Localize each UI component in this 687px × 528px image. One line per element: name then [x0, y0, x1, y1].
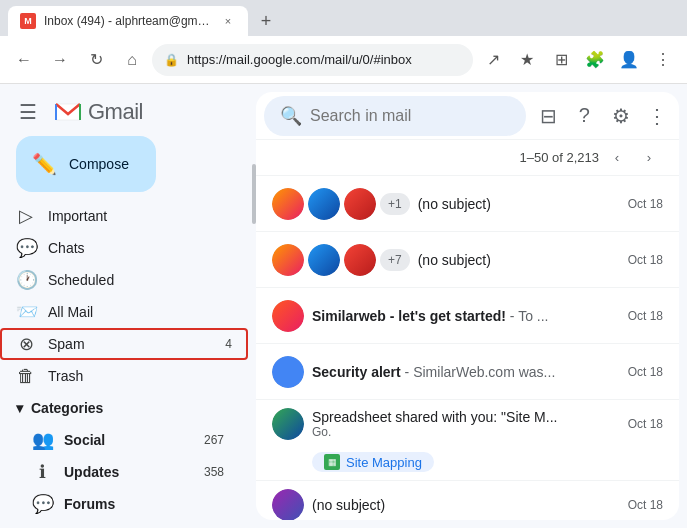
more-menu-icon[interactable]: ⋮ [647, 44, 679, 76]
social-icon: 👥 [32, 429, 52, 451]
attachment-chip[interactable]: ▦ Site Mapping [312, 452, 434, 472]
sidebar-item-forums[interactable]: 💬 Forums [0, 488, 240, 520]
email-row[interactable]: Security alert - SimilarWeb.com was... O… [256, 344, 679, 400]
email-subject: (no subject) [312, 497, 620, 513]
sidebar-item-label: Important [48, 208, 224, 224]
sidebar-item-trash[interactable]: 🗑 Trash [0, 360, 240, 392]
nav-bar: ← → ↻ ⌂ 🔒 https://mail.google.com/mail/u… [0, 36, 687, 84]
email-meta: Oct 18 [628, 309, 663, 323]
menu-icon[interactable]: ☰ [8, 92, 48, 132]
email-content: (no subject) [312, 497, 620, 513]
email-row[interactable]: +1 (no subject) Oct 18 [256, 176, 679, 232]
spam-count: 4 [225, 337, 232, 351]
home-button[interactable]: ⌂ [116, 44, 148, 76]
more-options-icon[interactable]: ⋮ [643, 96, 671, 136]
settings-icon[interactable]: ⚙ [607, 96, 635, 136]
avatar [344, 244, 376, 276]
sidebar-item-spam[interactable]: ⊗ Spam 4 [0, 328, 248, 360]
new-tab-button[interactable]: + [252, 7, 280, 35]
bookmark-icon[interactable]: ★ [511, 44, 543, 76]
all-mail-icon: 📨 [16, 301, 36, 323]
filter-icon[interactable]: ⊟ [534, 96, 562, 136]
email-row[interactable]: Spreadsheet shared with you: "Site M... … [256, 400, 679, 481]
email-date: Oct 18 [628, 253, 663, 267]
sidebar-item-all-mail[interactable]: 📨 All Mail [0, 296, 240, 328]
avatar [272, 489, 304, 520]
search-icon: 🔍 [280, 105, 302, 127]
email-date: Oct 18 [628, 197, 663, 211]
email-snippet: - SimilarWeb.com was... [405, 364, 556, 380]
help-icon[interactable]: ? [570, 96, 598, 136]
prev-page-button[interactable]: ‹ [603, 144, 631, 172]
tab-groups-icon[interactable]: ⊞ [545, 44, 577, 76]
sidebar-item-updates[interactable]: ℹ Updates 358 [0, 456, 240, 488]
gmail-app: ☰ Gmail ✏️ Compose [0, 84, 687, 528]
address-bar[interactable]: 🔒 https://mail.google.com/mail/u/0/#inbo… [152, 44, 473, 76]
avatar [344, 188, 376, 220]
email-content: Spreadsheet shared with you: "Site M... … [312, 409, 620, 439]
updates-icon: ℹ [32, 461, 52, 483]
toolbar: 🔍 ⊟ ? ⚙ ⋮ [256, 92, 679, 140]
categories-arrow: ▾ [16, 400, 23, 416]
email-subject: (no subject) [418, 252, 620, 268]
email-avatars [272, 489, 304, 520]
categories-header[interactable]: ▾ Categories [0, 392, 240, 424]
sidebar-item-label: Trash [48, 368, 224, 384]
sidebar-item-chats[interactable]: 💬 Chats [0, 232, 240, 264]
lock-icon: 🔒 [164, 53, 179, 67]
forward-button[interactable]: → [44, 44, 76, 76]
avatar [272, 356, 304, 388]
email-row[interactable]: (no subject) Oct 18 Screenshot_20... [256, 481, 679, 520]
app-logo-text: Gmail [88, 99, 143, 125]
active-tab[interactable]: M Inbox (494) - alphrteam@gmail.c... × [8, 6, 248, 36]
email-meta: Oct 18 [628, 365, 663, 379]
avatar [272, 300, 304, 332]
email-meta: Oct 18 [628, 253, 663, 267]
email-subject: Spreadsheet shared with you: "Site M... [312, 409, 620, 425]
avatar [272, 188, 304, 220]
sidebar-item-important[interactable]: ▷ Important [0, 200, 240, 232]
email-date: Oct 18 [628, 498, 663, 512]
email-date: Oct 18 [628, 365, 663, 379]
compose-label: Compose [69, 156, 129, 172]
compose-button[interactable]: ✏️ Compose [16, 136, 156, 192]
email-subject: Security alert - SimilarWeb.com was... [312, 364, 620, 380]
avatar [308, 188, 340, 220]
email-snippet: - To ... [510, 308, 549, 324]
gmail-logo [52, 96, 84, 128]
list-header: 1–50 of 2,213 ‹ › [256, 140, 679, 176]
next-page-button[interactable]: › [635, 144, 663, 172]
profile-icon[interactable]: 👤 [613, 44, 645, 76]
email-row[interactable]: Similarweb - let's get started! - To ...… [256, 288, 679, 344]
avatar-count: +7 [380, 249, 410, 271]
tab-close-button[interactable]: × [220, 13, 236, 29]
extensions-icon[interactable]: 🧩 [579, 44, 611, 76]
search-input[interactable] [310, 107, 510, 125]
important-icon: ▷ [16, 205, 36, 227]
email-content: (no subject) [418, 252, 620, 268]
email-subject: (no subject) [418, 196, 620, 212]
email-avatars: +7 [272, 244, 410, 276]
updates-count: 358 [204, 465, 224, 479]
tab-bar: M Inbox (494) - alphrteam@gmail.c... × + [0, 0, 687, 36]
tab-title: Inbox (494) - alphrteam@gmail.c... [44, 14, 212, 28]
avatar [308, 244, 340, 276]
sidebar: ☰ Gmail ✏️ Compose [0, 84, 256, 528]
avatar [272, 408, 304, 440]
email-row[interactable]: +7 (no subject) Oct 18 [256, 232, 679, 288]
email-meta: Oct 18 [628, 498, 663, 512]
avatar [272, 244, 304, 276]
compose-icon: ✏️ [32, 152, 57, 176]
sidebar-item-social[interactable]: 👥 Social 267 [0, 424, 240, 456]
email-subject-bold: Security alert [312, 364, 401, 380]
search-bar[interactable]: 🔍 [264, 96, 526, 136]
sidebar-scrollbar [252, 164, 256, 224]
categories-label: Categories [31, 400, 103, 416]
back-button[interactable]: ← [8, 44, 40, 76]
share-icon[interactable]: ↗ [477, 44, 509, 76]
email-content: Similarweb - let's get started! - To ... [312, 308, 620, 324]
sidebar-item-scheduled[interactable]: 🕐 Scheduled [0, 264, 240, 296]
email-avatars [272, 356, 304, 388]
sidebar-item-label: Spam [48, 336, 213, 352]
refresh-button[interactable]: ↻ [80, 44, 112, 76]
